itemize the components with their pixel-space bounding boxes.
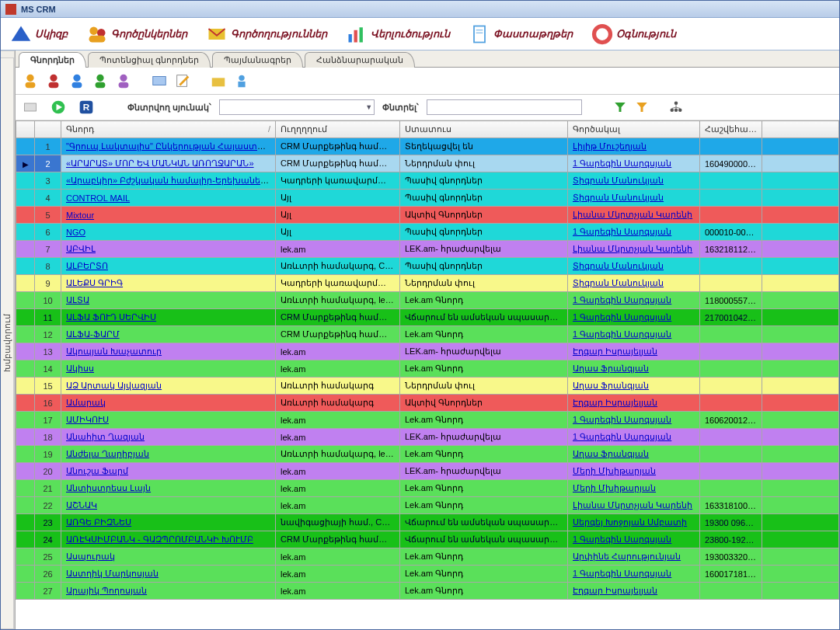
row-indicator[interactable]	[16, 360, 35, 378]
agent-link[interactable]: 1 Գարեգին Սարգսյան	[573, 432, 671, 441]
tb-user5[interactable]	[113, 71, 134, 91]
tab-buyers[interactable]: Գնորդներ	[19, 52, 86, 68]
data-grid[interactable]: Գնորդ / Ուղղղղում Ստատուս Գործակալ Հաշվե…	[16, 120, 839, 629]
agent-link[interactable]: 1 Գարեգին Սարգսյան	[573, 415, 671, 424]
fb-mail-icon[interactable]	[20, 97, 40, 117]
row-indicator[interactable]	[16, 343, 35, 360]
row-indicator[interactable]	[16, 446, 35, 463]
agent-link[interactable]: Լիանա Մկրտչյան Կարենի	[573, 210, 692, 219]
buyer-link[interactable]: Ասպուրակ	[66, 552, 115, 561]
agent-link[interactable]: Աղաս Ֆրանգյան	[573, 381, 649, 390]
buyer-link[interactable]: CONTROL MAIL	[66, 193, 130, 203]
row-indicator[interactable]	[16, 241, 35, 258]
agent-link[interactable]: 1 Գարեգին Սարգսյան	[573, 329, 671, 339]
agent-link[interactable]: Տիգրան Մանուկյան	[573, 193, 664, 202]
buyer-link[interactable]: Ակիսս	[66, 364, 94, 373]
buyer-link[interactable]: Ակոպյան Խաչատուր	[66, 346, 162, 356]
table-row[interactable]: 3«Արաբկիր» Բժշկական համալիր-Երեխաների և …	[16, 172, 839, 190]
buyer-link[interactable]: ԱԼՖԱ-ՖԱՐՄ	[66, 329, 120, 339]
tab-contracts[interactable]: Պայմանագրեր	[212, 52, 303, 68]
agent-link[interactable]: 1 Գարեգին Սարգսյան	[573, 569, 671, 578]
row-indicator[interactable]	[16, 583, 35, 600]
table-row[interactable]: 16ԱմարակԱռևտրի համակարգԱկտիվ ԳնորդներԷդգ…	[16, 395, 839, 412]
row-indicator[interactable]	[16, 395, 35, 412]
agent-link[interactable]: Լիլիթ Մուշեղյան	[573, 141, 647, 151]
buyer-link[interactable]: "Գրուպ Լակտալիս" Ընկերության Հայաստանյան…	[66, 141, 276, 151]
row-indicator[interactable]	[16, 429, 35, 446]
buyer-link[interactable]: Mixtour	[66, 211, 94, 220]
agent-link[interactable]: Լիանա Մկրտչյան Կարենի	[573, 500, 692, 510]
menu-help[interactable]: Օգնություն	[585, 22, 682, 47]
table-row[interactable]: 22ԱՇՆԱԿlek.amLek.am ԳնորդԼիանա Մկրտչյան …	[16, 497, 839, 514]
table-row[interactable]: 18Անահիտ Ղազյանlek.amLEK.am- հրաժարվելա1…	[16, 429, 839, 446]
row-indicator[interactable]	[16, 172, 35, 190]
buyer-link[interactable]: ԱԲՎԻԼ	[66, 244, 96, 253]
table-row[interactable]: 25Ասպուրակlek.amLek.am ԳնորդԱրփինե Հարու…	[16, 548, 839, 566]
table-row[interactable]: 4CONTROL MAILԱյլՊասիվ գնորդներՏիգրան Ման…	[16, 190, 839, 207]
row-indicator[interactable]	[16, 480, 35, 497]
tb-folder[interactable]	[208, 71, 228, 91]
tab-potential[interactable]: Պոտենցիալ գնորդներ	[88, 52, 211, 68]
agent-link[interactable]: Տիգրան Մանուկյան	[573, 176, 664, 185]
menu-documents[interactable]: Փաստաթղթեր	[462, 22, 579, 47]
col-selector[interactable]	[16, 121, 35, 138]
table-row[interactable]: 1"Գրուպ Լակտալիս" Ընկերության Հայաստանյա…	[16, 138, 839, 155]
agent-link[interactable]: 1 Գարեգին Սարգսյան	[573, 534, 671, 544]
agent-link[interactable]: Էդգար Իսրայելյան	[573, 398, 657, 407]
buyer-link[interactable]: Ամարակ	[66, 398, 106, 407]
row-indicator[interactable]	[16, 138, 35, 155]
table-row[interactable]: 20Անուշա Ֆարմlek.amLEK.am- հրաժարվելաՄեր…	[16, 463, 839, 480]
buyer-link[interactable]: ԱԼՏԱ	[66, 295, 89, 305]
row-indicator[interactable]	[16, 378, 35, 395]
col-account[interactable]: Հաշվեհամար	[700, 121, 762, 138]
row-indicator[interactable]	[16, 566, 35, 583]
fb-play-icon[interactable]	[48, 97, 68, 117]
row-indicator[interactable]	[16, 497, 35, 514]
row-indicator[interactable]	[16, 207, 35, 224]
agent-link[interactable]: 1 Գարեգին Սարգսյան	[573, 227, 671, 236]
table-row[interactable]: 11ԱԼՖԱ ՖՈՒԴ ՍԵՐՎԻՍ CRM Մարքեթինգ համակար…	[16, 309, 839, 326]
buyer-link[interactable]: «Արաբկիր» Բժշկական համալիր-Երեխաների և դ…	[66, 176, 276, 185]
row-indicator[interactable]	[16, 514, 35, 531]
col-status[interactable]: Ստատուս	[400, 121, 568, 138]
agent-link[interactable]: 1 Գարեգին Սարգսյան	[573, 295, 671, 305]
table-row[interactable]: ▶2«ԱՐԱՐԱՏ» ՄՈՐ ԵՎ ՄԱՆԿԱՆ ԱՌՈՂՋԱՐԱՆ» CRM …	[16, 155, 839, 172]
agent-link[interactable]: Էդգար Իսրայելյան	[573, 346, 657, 356]
menu-analysis[interactable]: Վերլուծություն	[340, 22, 456, 47]
tb-edit[interactable]	[173, 71, 193, 91]
table-row[interactable]: 19Անժելա ՂարիբյանԱռևտրի համակարգ, lek.am…	[16, 446, 839, 463]
row-indicator[interactable]	[16, 309, 35, 326]
row-indicator[interactable]	[16, 224, 35, 241]
table-row[interactable]: 13Ակոպյան Խաչատուրlek.amLEK.am- հրաժարվե…	[16, 343, 839, 360]
buyer-link[interactable]: Արայիկ Պողոսյան	[66, 586, 147, 595]
menu-actions[interactable]: Գործողություններ	[200, 22, 333, 47]
agent-link[interactable]: Աղաս Ֆրանգյան	[573, 449, 649, 458]
menu-home[interactable]: Սկիզբ	[4, 22, 74, 47]
filter-search-input[interactable]	[427, 99, 582, 115]
buyer-link[interactable]: ԱԼԵՔՍ ԳՐԻԳ	[66, 278, 123, 287]
table-row[interactable]: 12ԱԼՖԱ-ՖԱՐՄ CRM Մարքեթինգ համակա…Lek.am …	[16, 326, 839, 343]
funnel-green-icon[interactable]	[613, 100, 627, 114]
row-indicator[interactable]	[16, 531, 35, 548]
table-row[interactable]: 21Անտիստրեսս Լայնlek.amLek.am ԳնորդՄերի …	[16, 480, 839, 497]
col-rownum[interactable]	[35, 121, 61, 138]
tb-user2[interactable]	[44, 71, 64, 91]
buyer-link[interactable]: ԱՌԷԿՍԻՄԲԱՆԿ - ԳԱԶՊՐՈՄԲԱՆԿԻ ԽՈՒՄԲ	[66, 534, 253, 544]
table-row[interactable]: 17ԱՄԻԿՈՒՍlek.amLek.am Գնորդ1 Գարեգին Սար…	[16, 412, 839, 429]
row-indicator[interactable]	[16, 463, 35, 480]
funnel-orange-icon[interactable]	[635, 100, 649, 114]
agent-link[interactable]: Աղաս Ֆրանգյան	[573, 364, 649, 373]
table-row[interactable]: 15ԱՁ Արտակ ԱյվազյանԱռևտրի համակարգՆերդրմ…	[16, 378, 839, 395]
agent-link[interactable]: Լիանա Մկրտչյան Կարենի	[573, 244, 692, 253]
tb-mail[interactable]	[149, 71, 169, 91]
table-row[interactable]: 23ԱՌԳԵ ԲԻԶՆԵՍնավիգացիայի համ., CRM …Վճար…	[16, 514, 839, 531]
buyer-link[interactable]: ԱԼՖԱ ՖՈՒԴ ՍԵՐՎԻՍ	[66, 312, 156, 322]
col-agent[interactable]: Գործակալ	[568, 121, 700, 138]
table-row[interactable]: 7ԱԲՎԻԼlek.amLEK.am- հրաժարվելաԼիանա Մկրտ…	[16, 241, 839, 258]
filter-column-combo[interactable]: ▼	[219, 99, 375, 115]
agent-link[interactable]: Տիգրան Մանուկյան	[573, 278, 664, 287]
row-indicator[interactable]: ▶	[16, 155, 35, 172]
tab-orders[interactable]: Հանձնարարական	[305, 52, 415, 68]
tb-user3[interactable]	[67, 71, 87, 91]
row-indicator[interactable]	[16, 548, 35, 566]
